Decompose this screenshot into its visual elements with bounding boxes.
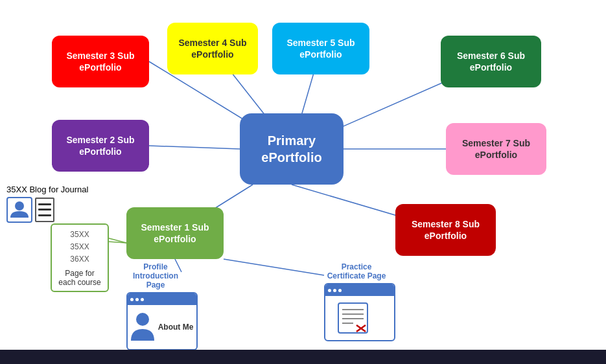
practice-cert-label: Practice Certificate Page xyxy=(324,262,389,280)
cert-browser-bar xyxy=(325,284,394,296)
about-me-text: About Me xyxy=(158,323,194,332)
card-lines-icon xyxy=(35,198,54,222)
node-sem2: Semester 2 Sub ePortfolio xyxy=(52,120,149,172)
node-sem3: Semester 3 Sub ePortfolio xyxy=(52,36,149,87)
node-sem5: Semester 5 Sub ePortfolio xyxy=(272,23,369,74)
browser-dot-1 xyxy=(130,298,134,301)
bottom-bar xyxy=(0,350,606,364)
cert-mockup xyxy=(324,283,395,341)
cert-content xyxy=(325,296,394,340)
cert-dot-2 xyxy=(333,289,336,292)
browser-dot-2 xyxy=(135,298,139,301)
node-primary: Primary ePortfolio xyxy=(240,113,344,185)
blog-icon xyxy=(6,197,88,223)
cert-icon xyxy=(337,302,382,334)
svg-line-7 xyxy=(149,146,240,149)
diagram: Primary ePortfolio Semester 1 Sub ePortf… xyxy=(0,0,606,350)
cert-dot-3 xyxy=(338,289,342,292)
profile-browser-mockup: About Me xyxy=(126,292,198,350)
course-card: 35XX35XX36XX Page for each course xyxy=(51,223,109,292)
profile-intro-label: Profile Introduction Page xyxy=(126,262,185,290)
node-sem1: Semester 1 Sub ePortfolio xyxy=(126,207,224,259)
cert-dot-1 xyxy=(328,289,331,292)
browser-dot-3 xyxy=(141,298,144,301)
profile-person-icon xyxy=(131,311,154,343)
profile-intro: Profile Introduction Page About Me xyxy=(126,262,198,350)
browser-content: About Me xyxy=(128,305,196,349)
person-icon xyxy=(6,197,32,223)
practice-cert: Practice Certificate Page xyxy=(324,262,395,341)
node-sem7: Semester 7 Sub ePortfolio xyxy=(446,123,546,175)
node-sem6: Semester 6 Sub ePortfolio xyxy=(441,36,541,87)
blog-card: 35XX Blog for Journal xyxy=(6,185,88,223)
svg-point-12 xyxy=(15,201,24,210)
svg-point-13 xyxy=(136,313,149,326)
browser-bar xyxy=(128,293,196,305)
svg-line-9 xyxy=(224,259,324,275)
blog-label: 35XX Blog for Journal xyxy=(6,185,88,194)
course-card-label: Page for each course xyxy=(57,269,102,287)
course-card-lines: 35XX35XX36XX xyxy=(57,229,102,266)
node-sem4: Semester 4 Sub ePortfolio xyxy=(167,23,258,74)
node-sem8: Semester 8 Sub ePortfolio xyxy=(395,204,496,256)
